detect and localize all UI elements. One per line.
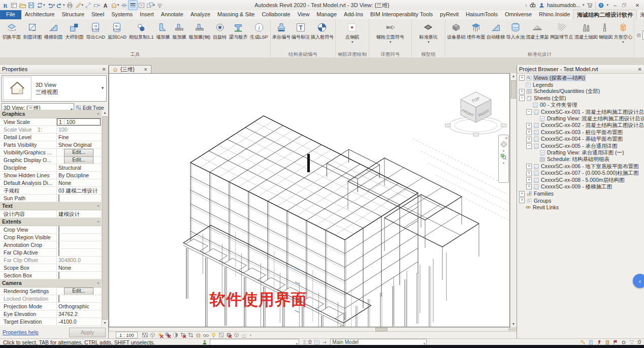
property-input[interactable]: 1 : 100 [57,118,101,125]
tree-expander-icon[interactable]: + [519,198,525,203]
tree-expander-icon[interactable]: + [526,171,532,176]
search-collapse-icon[interactable]: ‹ [525,2,527,8]
tree-item-00 - 文件夹管理[interactable]: 00 - 文件夹管理 [517,102,644,109]
type-selector[interactable]: 3D View 三维视图 ▼ [2,75,107,102]
editing-requests-icon[interactable] [302,339,307,345]
section-icon[interactable] [120,1,128,10]
tree-item-CxxxxSC-xx-006 - 地下室底板平面布置图[interactable]: +CxxxxSC-xx-006 - 地下室底板平面布置图 [517,163,644,170]
ribbon-button-生成LSP[interactable]: i生成LSP [250,20,268,41]
tree-item-CxxxxSC-xx-001 - 混凝土结构施工图设计总说明 (一)[interactable]: −CxxxxSC-xx-001 - 混凝土结构施工图设计总说明 (一) [517,109,644,115]
ribbon-button-相似复制1.1[interactable]: 相似复制1.1 [129,20,154,41]
property-section-Extents[interactable]: Extents« [0,218,102,226]
property-value[interactable]: By Discipline [57,172,102,179]
minimize-button[interactable]: – [610,3,620,8]
ribbon-button-返回CAD[interactable]: CAD返回CAD [108,20,126,41]
ribbon-button-墙加腋[interactable]: 墙加腋 [156,20,170,41]
view-bar-collapse-icon[interactable]: ‹ [250,333,251,338]
scroll-down-icon[interactable]: ▼ [102,320,108,326]
signed-in-user[interactable]: haisumadob... [547,2,581,8]
ribbon-button-板加腋(钢)[interactable]: 板加腋(钢) [189,20,210,41]
tree-item-Legends[interactable]: Legends [517,81,644,88]
ribbon-button-点钢筋[interactable]: 点钢筋▼ [345,20,359,44]
property-value[interactable]: Show Original [57,141,102,148]
sync-with-central-icon[interactable]: ▾ [36,1,46,10]
ribbon-button-方形空心[interactable]: 方形空心▼ [614,20,632,44]
tag-icon[interactable] [92,1,101,10]
ribbon-tab-Annotate[interactable]: Annotate [157,10,187,19]
settings-icon[interactable] [621,339,627,345]
tree-item-Drafting View: 承台通用详图 (一)[interactable]: Drafting View: 承台通用详图 (一) [517,149,644,156]
ribbon-button-埋件布置[interactable]: 埋件布置 [467,20,485,41]
properties-help-link[interactable]: Properties help [3,329,39,335]
help-menu-caret-icon[interactable]: ▾ [606,3,608,7]
tree-item-Views (探索者—结构)[interactable]: +Views (探索者—结构) [517,75,644,81]
undo-icon[interactable]: ▾ [46,1,56,10]
save-icon[interactable] [27,1,36,10]
view-tab-close-icon[interactable]: ✕ [144,67,148,72]
scrollbar-thumb[interactable] [102,116,108,320]
ribbon-tab-BIM Interoperability Tools[interactable]: BIM Interoperability Tools [367,10,436,19]
reveal-hidden-elements-icon[interactable] [210,332,217,338]
ribbon-button-板加腋[interactable]: 板加腋 [173,20,186,41]
ribbon-button-混凝土烟囱[interactable]: 混凝土烟囱 [574,20,598,41]
property-value[interactable]: Edit... [57,149,102,156]
ribbon-tab-Manage[interactable]: Manage [313,10,340,19]
crop-region-icon[interactable] [187,332,194,338]
links-icon[interactable] [604,339,610,345]
ribbon-tab-Structure[interactable]: Structure [58,10,88,19]
temporary-hide-isolate-icon[interactable] [203,332,209,338]
tree-expander-icon[interactable]: − [526,109,532,115]
ribbon-button-自旋转[interactable]: 自旋转 [213,20,227,41]
ribbon-tab-Massing & Site[interactable]: Massing & Site [214,10,258,19]
property-edit-button[interactable]: Edit... [64,149,93,156]
selection-filter-icon[interactable] [629,339,635,345]
hscroll-right-icon[interactable]: › [508,327,509,332]
ribbon-tab-HaisumTools[interactable]: HaisumTools [462,10,501,19]
property-checkbox[interactable] [58,272,59,279]
unlocked-view-icon[interactable] [195,332,202,338]
scroll-up-icon[interactable]: ▲ [102,110,108,116]
property-section-Camera[interactable]: Camera« [0,279,102,288]
property-checkbox[interactable] [58,195,59,202]
tree-item-CxxxxSC-xx-008 - 5.000m层结构图[interactable]: +CxxxxSC-xx-008 - 5.000m层结构图 [517,177,644,183]
close-inactive-views-icon[interactable] [137,1,146,10]
ribbon-button-剖面详图[interactable]: 剖面详图 [23,20,42,41]
tree-item-Groups[interactable]: +Groups [517,197,644,204]
tree-expander-icon[interactable]: − [519,96,525,101]
property-section-Text[interactable]: Text« [0,202,102,210]
tree-item-CxxxxSC-xx-007 - (0.000-5.000)柱施工图[interactable]: +CxxxxSC-xx-007 - (0.000-5.000)柱施工图 [517,170,644,176]
thin-lines-icon[interactable] [128,1,137,10]
apply-button[interactable]: Apply [69,328,106,337]
property-checkbox[interactable] [58,295,59,302]
tree-item-CxxxxSC-xx-002 - 混凝土结构施工图设计总说明 (二)[interactable]: +CxxxxSC-xx-002 - 混凝土结构施工图设计总说明 (二) [517,122,644,129]
property-value[interactable]: 34762.2 [57,310,102,318]
property-value[interactable]: -4100.0 [57,318,102,325]
property-section-Graphics[interactable]: Graphics« [0,110,102,118]
pinned-elements-icon[interactable] [596,339,602,345]
tree-item-CxxxxSC-xx-003 - 桩位平面布置图[interactable]: +CxxxxSC-xx-003 - 桩位平面布置图 [517,129,644,136]
ribbon-tab-View[interactable]: View [294,10,313,19]
redo-icon[interactable]: ▾ [55,1,66,10]
tree-expander-icon[interactable]: + [526,137,532,142]
property-value[interactable]: None [57,264,102,271]
properties-scrollbar[interactable]: ▲ ▼ [101,110,108,326]
canvas-vertical-scrollbar[interactable]: ▲ ▼ [510,73,517,327]
ribbon-button-标准基坑[interactable]: 标准基坑▼ [419,20,437,44]
property-edit-button[interactable]: Edit... [64,156,93,164]
tree-item-Families[interactable]: +Families [517,191,644,197]
property-value[interactable]: 304800.0 [57,257,102,264]
navbar-close-icon[interactable]: ⊗ [505,136,508,140]
property-value[interactable]: 03 建模二维设计 [57,187,102,194]
property-value[interactable]: 100 [57,126,102,133]
property-checkbox[interactable] [58,249,59,256]
ribbon-button-楼梯剖面[interactable]: 楼梯剖面 [44,20,62,41]
help-icon[interactable]: ? [598,2,604,9]
zoom-icon[interactable] [500,153,507,161]
ribbon-button-网架球节点[interactable]: 网架球节点 [550,20,573,41]
property-value[interactable]: Fine [57,134,102,141]
property-value[interactable] [57,295,102,302]
ribbon-tab-海诚结构二维设计软件[interactable]: 海诚结构二维设计软件 [573,10,636,19]
reveal-constraints-icon[interactable] [241,332,247,338]
ribbon-button-设备基础[interactable]: 设备基础 [447,20,465,41]
property-edit-button[interactable]: Edit... [64,288,93,295]
